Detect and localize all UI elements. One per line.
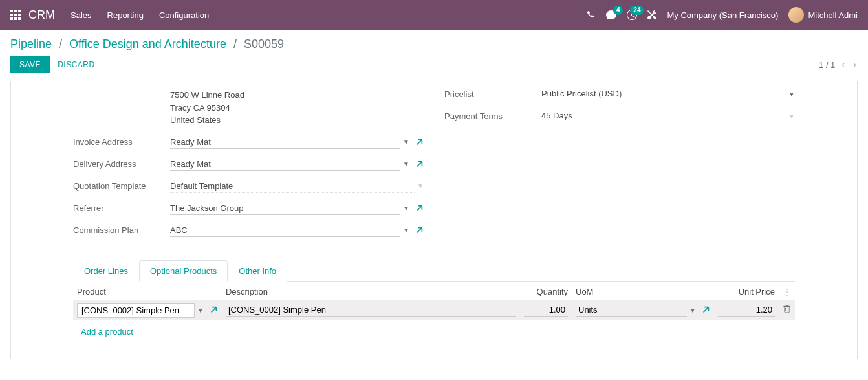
- price-input[interactable]: [718, 304, 775, 317]
- breadcrumb-current: S00059: [244, 38, 284, 50]
- pager: 1 / 1 ‹ ›: [819, 59, 858, 71]
- menu-reporting[interactable]: Reporting: [107, 10, 144, 20]
- dropdown-caret-icon[interactable]: ▼: [403, 205, 409, 212]
- uom-input[interactable]: [576, 304, 687, 317]
- customer-address: 7500 W Linne Road Tracy CA 95304 United …: [170, 86, 424, 127]
- tab-other-info[interactable]: Other Info: [228, 260, 287, 282]
- col-menu-icon[interactable]: ⋮: [779, 282, 795, 300]
- field-input[interactable]: [541, 87, 786, 100]
- activity-icon[interactable]: 24: [627, 10, 637, 20]
- dropdown-caret-icon[interactable]: ▼: [197, 307, 204, 314]
- svg-rect-7: [14, 17, 17, 20]
- dropdown-caret-icon[interactable]: ▼: [788, 91, 795, 98]
- debug-icon[interactable]: [647, 10, 656, 19]
- menu-sales[interactable]: Sales: [71, 10, 92, 20]
- col-unit-price: Unit Price: [714, 282, 779, 300]
- breadcrumb-separator: /: [233, 38, 237, 50]
- dropdown-caret-icon[interactable]: ▼: [403, 139, 409, 146]
- menu-configuration[interactable]: Configuration: [159, 10, 209, 20]
- app-brand[interactable]: CRM: [28, 8, 55, 22]
- form-right-column: Pricelist▼Payment Terms▼: [444, 86, 795, 245]
- user-name: Mitchell Admi: [808, 10, 858, 20]
- topbar-right: 4 24 My Company (San Francisco) Mitchell…: [587, 7, 858, 23]
- field-input-wrap: ▼: [170, 180, 424, 193]
- top-navbar: CRM Sales Reporting Configuration 4 24 M…: [0, 0, 868, 30]
- field-label: Pricelist: [444, 89, 541, 99]
- pager-next-icon[interactable]: ›: [852, 59, 858, 71]
- discard-button[interactable]: DISCARD: [58, 60, 95, 69]
- address-line: 7500 W Linne Road: [170, 89, 424, 102]
- tabs: Order Lines Optional Products Other Info: [73, 260, 795, 282]
- svg-rect-3: [10, 14, 13, 16]
- address-line: United States: [170, 114, 424, 127]
- chat-icon[interactable]: 4: [606, 10, 616, 20]
- activity-badge: 24: [630, 6, 644, 15]
- external-link-icon[interactable]: [415, 138, 424, 147]
- pager-count: 1 / 1: [819, 60, 835, 70]
- dropdown-caret-icon[interactable]: ▼: [788, 113, 795, 120]
- trash-icon[interactable]: [783, 305, 791, 313]
- svg-rect-0: [10, 10, 13, 12]
- main-menu: Sales Reporting Configuration: [71, 10, 209, 20]
- field-input-wrap: ▼: [541, 109, 795, 122]
- field-input-wrap: ▼: [170, 224, 409, 237]
- external-link-icon[interactable]: [415, 204, 424, 213]
- breadcrumb-opportunity[interactable]: Office Design and Architecture: [69, 38, 226, 50]
- field-row: Quotation Template▼: [73, 179, 424, 194]
- pager-prev-icon[interactable]: ‹: [840, 59, 846, 71]
- field-input[interactable]: [541, 109, 786, 122]
- svg-rect-2: [18, 10, 21, 12]
- table-row: ▼ ▼: [73, 300, 795, 320]
- field-input[interactable]: [170, 202, 400, 215]
- breadcrumb-pipeline[interactable]: Pipeline: [10, 38, 52, 50]
- external-link-icon[interactable]: [415, 160, 424, 169]
- company-selector[interactable]: My Company (San Francisco): [667, 10, 778, 20]
- field-input[interactable]: [170, 180, 415, 193]
- save-button[interactable]: SAVE: [10, 56, 50, 73]
- external-link-icon[interactable]: [415, 226, 424, 235]
- user-avatar: [788, 7, 804, 23]
- phone-icon[interactable]: [587, 10, 596, 19]
- optional-products-table: Product Description Quantity UoM Unit Pr…: [73, 282, 795, 343]
- col-description: Description: [222, 282, 520, 300]
- field-input-wrap: ▼: [170, 202, 409, 215]
- tab-order-lines[interactable]: Order Lines: [73, 260, 139, 282]
- col-uom: UoM: [572, 282, 714, 300]
- field-input[interactable]: [170, 158, 400, 171]
- field-label: Invoice Address: [73, 137, 170, 147]
- field-row: Invoice Address▼: [73, 135, 424, 150]
- form-left-column: 7500 W Linne Road Tracy CA 95304 United …: [73, 86, 424, 245]
- dropdown-caret-icon[interactable]: ▼: [417, 183, 424, 190]
- tab-optional-products[interactable]: Optional Products: [139, 260, 228, 282]
- field-input[interactable]: [170, 224, 400, 237]
- field-label: Delivery Address: [73, 159, 170, 169]
- svg-rect-6: [10, 17, 13, 20]
- svg-rect-8: [18, 17, 21, 20]
- dropdown-caret-icon[interactable]: ▼: [403, 227, 409, 234]
- col-product: Product: [73, 282, 222, 300]
- quantity-input[interactable]: [524, 304, 568, 317]
- field-label: Payment Terms: [444, 111, 541, 121]
- svg-rect-1: [14, 10, 17, 12]
- field-label: Commission Plan: [73, 225, 170, 235]
- external-link-icon[interactable]: [209, 306, 218, 315]
- dropdown-caret-icon[interactable]: ▼: [689, 307, 696, 314]
- field-row: Payment Terms▼: [444, 108, 795, 124]
- field-row: Delivery Address▼: [73, 157, 424, 172]
- user-menu[interactable]: Mitchell Admi: [788, 7, 858, 23]
- breadcrumb: Pipeline / Office Design and Architectur…: [10, 38, 858, 51]
- svg-rect-4: [14, 14, 17, 16]
- form-columns: 7500 W Linne Road Tracy CA 95304 United …: [73, 81, 795, 245]
- add-product-link[interactable]: Add a product: [77, 323, 137, 341]
- external-link-icon[interactable]: [701, 306, 710, 315]
- dropdown-caret-icon[interactable]: ▼: [403, 161, 409, 168]
- description-input[interactable]: [226, 304, 516, 317]
- col-quantity: Quantity: [520, 282, 572, 300]
- product-input[interactable]: [77, 303, 195, 318]
- field-input[interactable]: [170, 136, 400, 149]
- breadcrumb-separator: /: [59, 38, 62, 50]
- field-input-wrap: ▼: [170, 158, 409, 171]
- form-sheet: 7500 W Linne Road Tracy CA 95304 United …: [10, 81, 858, 359]
- apps-icon[interactable]: [10, 10, 21, 20]
- field-label: Referrer: [73, 203, 170, 213]
